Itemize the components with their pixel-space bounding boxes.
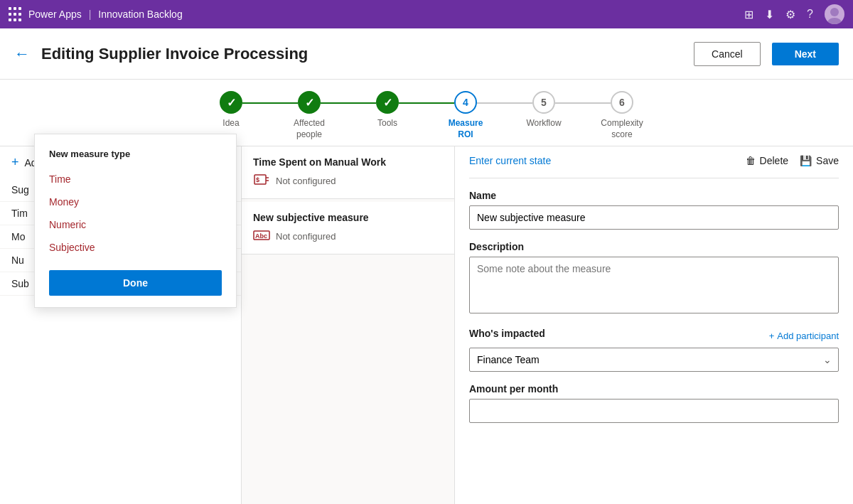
svg-point-1 (827, 18, 842, 24)
enter-state-label: Enter current state (469, 155, 551, 166)
whos-impacted-label: Who's impacted (469, 328, 545, 339)
svg-text:Abc: Abc (255, 232, 267, 240)
app-grid-icon[interactable] (9, 7, 21, 21)
done-button[interactable]: Done (49, 270, 222, 296)
download-icon[interactable]: ⬇ (765, 8, 774, 21)
new-measure-type-dropdown: New measure type Time Money Numeric Subj… (34, 146, 237, 308)
step-circle-3: ✓ (376, 91, 399, 114)
dropdown-title: New measure type (35, 146, 236, 168)
plus-icon: + (11, 155, 19, 170)
step-circle-1: ✓ (220, 91, 242, 114)
save-button[interactable]: 💾 Save (800, 155, 839, 166)
step-idea[interactable]: ✓ Idea (192, 91, 270, 129)
description-textarea[interactable] (469, 257, 839, 313)
help-icon[interactable]: ? (807, 8, 813, 21)
add-participant-label: Add participant (777, 331, 839, 341)
measure-not-configured-2: Not configured (276, 231, 336, 242)
screen-icon[interactable]: ⊞ (744, 8, 753, 21)
middle-panel: Time Spent on Manual Work $ Not configur… (242, 146, 455, 504)
measure-title-1: Time Spent on Manual Work (253, 156, 443, 168)
step-circle-6: 6 (611, 91, 633, 114)
step-label-2: Affectedpeople (294, 118, 325, 140)
delete-label: Delete (760, 155, 788, 166)
option-subjective[interactable]: Subjective (35, 236, 236, 259)
add-participant-button[interactable]: + Add participant (769, 331, 839, 341)
name-input[interactable] (469, 205, 839, 230)
subjective-measure-icon: Abc (253, 229, 270, 244)
step-workflow[interactable]: 5 Workflow (505, 91, 583, 129)
measure-not-configured-1: Not configured (276, 176, 336, 186)
option-numeric[interactable]: Numeric (35, 213, 236, 236)
participant-select[interactable]: Finance Team (469, 348, 839, 372)
step-tools[interactable]: ✓ Tools (348, 91, 426, 129)
main-content: + Add measure Sug Tim Mo Nu Sub New meas… (0, 146, 853, 504)
measure-status-1: $ Not configured (253, 173, 443, 188)
back-button[interactable]: ← (14, 45, 30, 63)
name-label: Name (469, 190, 839, 201)
app-name: Power Apps (28, 9, 82, 20)
delete-icon: 🗑 (746, 155, 756, 166)
svg-text:$: $ (256, 176, 259, 183)
step-circle-2: ✓ (298, 91, 321, 114)
measure-card-time[interactable]: Time Spent on Manual Work $ Not configur… (242, 146, 454, 199)
user-avatar[interactable] (825, 4, 844, 24)
cancel-button[interactable]: Cancel (694, 42, 761, 66)
save-label: Save (816, 155, 839, 166)
amount-label: Amount per month (469, 383, 839, 395)
step-label-3: Tools (377, 118, 397, 129)
step-circle-4: 4 (454, 91, 477, 114)
option-time[interactable]: Time (35, 168, 236, 191)
delete-button[interactable]: 🗑 Delete (746, 155, 788, 166)
step-measure-roi[interactable]: 4 MeasureROI (426, 91, 505, 140)
step-complexity-score[interactable]: 6 Complexityscore (583, 91, 661, 140)
action-buttons: 🗑 Delete 💾 Save (746, 155, 839, 166)
step-circle-5: 5 (532, 91, 555, 114)
measure-title-2: New subjective measure (253, 212, 443, 223)
save-icon: 💾 (800, 155, 812, 166)
topbar: Power Apps | Innovation Backlog ⊞ ⬇ ⚙ ? (0, 0, 853, 28)
right-panel: Enter current state 🗑 Delete 💾 Save Name… (455, 146, 853, 504)
description-field-section: Description (469, 241, 839, 316)
step-label-1: Idea (222, 118, 239, 129)
add-plus-icon: + (769, 331, 775, 341)
step-label-4: MeasureROI (449, 118, 483, 140)
topbar-right: ⊞ ⬇ ⚙ ? (744, 4, 844, 24)
step-label-5: Workflow (526, 118, 561, 129)
amount-input[interactable] (469, 399, 839, 423)
whos-impacted-section: Who's impacted + Add participant Finance… (469, 328, 839, 372)
step-affected-people[interactable]: ✓ Affectedpeople (270, 91, 348, 140)
name-field-section: Name (469, 190, 839, 230)
topbar-separator: | (89, 9, 92, 20)
page-header: ← Editing Supplier Invoice Processing Ca… (0, 28, 853, 80)
page-name: Innovation Backlog (98, 9, 182, 20)
page-title: Editing Supplier Invoice Processing (41, 45, 682, 63)
who-row: Who's impacted + Add participant (469, 328, 839, 343)
participant-select-wrapper: Finance Team ⌄ (469, 348, 839, 372)
measure-card-subjective[interactable]: New subjective measure Abc Not configure… (242, 202, 454, 254)
measure-status-2: Abc Not configured (253, 229, 443, 244)
right-panel-header: Enter current state 🗑 Delete 💾 Save (469, 146, 839, 178)
option-money[interactable]: Money (35, 191, 236, 213)
next-button[interactable]: Next (772, 43, 839, 65)
description-label: Description (469, 241, 839, 252)
svg-point-0 (830, 8, 839, 16)
settings-icon[interactable]: ⚙ (785, 8, 795, 21)
amount-per-month-section: Amount per month (469, 383, 839, 423)
time-measure-icon: $ (253, 173, 270, 188)
step-label-6: Complexityscore (601, 118, 643, 140)
